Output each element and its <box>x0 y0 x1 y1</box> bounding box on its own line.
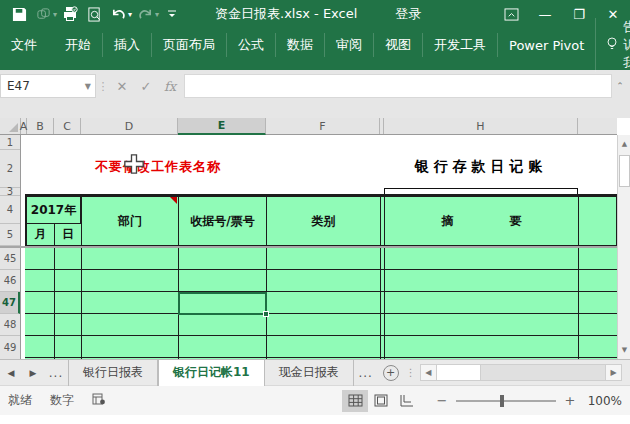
tab-view[interactable]: 视图 <box>373 33 422 57</box>
tab-review[interactable]: 审阅 <box>324 33 373 57</box>
sheet-nav-right-icon[interactable]: ▶ <box>22 368 44 378</box>
customize-qat-icon[interactable] <box>161 3 183 25</box>
horizontal-scrollbar[interactable]: ◀ ▶ <box>420 364 622 381</box>
zoom-slider-track[interactable] <box>456 400 556 402</box>
column-header-c[interactable]: C <box>54 118 81 134</box>
tab-power-pivot[interactable]: Power Pivot <box>497 33 595 57</box>
print-preview-icon[interactable] <box>83 3 105 25</box>
row-header-47-selected[interactable]: 47 <box>0 292 20 314</box>
minimize-button[interactable]: — <box>528 0 562 28</box>
vertical-scrollbar[interactable]: ▲ ▼ <box>617 135 630 359</box>
row-header-49[interactable]: 49 <box>0 336 20 358</box>
restore-button[interactable]: ❐ <box>562 0 596 28</box>
row-header-46[interactable]: 46 <box>0 270 20 292</box>
scroll-up-icon[interactable]: ▲ <box>619 135 630 153</box>
zoom-level[interactable]: 100% <box>578 394 622 408</box>
row-header-1[interactable]: 1 <box>0 135 20 150</box>
column-header-row: A B C D E F H <box>0 118 617 135</box>
data-rows-pane[interactable] <box>25 248 617 359</box>
column-header-partial[interactable] <box>578 118 617 134</box>
sheet-nav-left-icon[interactable]: ◀ <box>0 368 22 378</box>
row-header-3[interactable]: 3 <box>0 188 20 196</box>
chevron-down-icon[interactable]: ▾ <box>128 10 132 19</box>
summary-char-1: 摘 <box>442 213 454 230</box>
zoom-slider-handle[interactable] <box>500 395 504 407</box>
cell-summary[interactable]: 摘 要 <box>384 196 579 246</box>
tab-developer[interactable]: 开发工具 <box>422 33 497 57</box>
quick-print-icon[interactable] <box>59 3 81 25</box>
tab-scrollbar-splitter[interactable]: ⋮ <box>404 367 418 378</box>
row-header-2[interactable]: 2 <box>0 150 20 188</box>
column-header-h[interactable]: H <box>384 118 578 134</box>
tab-home[interactable]: 开始 <box>54 33 102 57</box>
cell-year[interactable]: 2017年 <box>26 196 81 224</box>
sheet-tab-bank-journal-active[interactable]: 银行日记帐11 <box>158 360 265 386</box>
macro-record-icon[interactable] <box>92 393 105 408</box>
row-header-4[interactable]: 4 <box>0 196 20 224</box>
formula-input[interactable] <box>184 74 612 98</box>
fill-handle[interactable] <box>263 311 269 317</box>
page-break-preview-icon[interactable] <box>394 390 420 412</box>
gridline <box>380 248 381 359</box>
page-layout-view-icon[interactable] <box>368 390 394 412</box>
cell-department[interactable]: 部门 <box>81 196 179 246</box>
sheet-more-right[interactable]: ... <box>354 366 378 380</box>
cancel-icon[interactable]: ✕ <box>110 79 134 94</box>
tab-page-layout[interactable]: 页面布局 <box>151 33 226 57</box>
select-all-button[interactable] <box>0 118 21 134</box>
name-box[interactable]: E47 ▼ <box>0 74 96 98</box>
row-header-48[interactable]: 48 <box>0 314 20 336</box>
cell-receipt-no[interactable]: 收据号/票号 <box>178 196 267 246</box>
sign-in-button[interactable]: 登录 <box>395 5 421 23</box>
tab-insert[interactable]: 插入 <box>102 33 151 57</box>
zoom-in-icon[interactable]: + <box>562 393 578 408</box>
tab-file[interactable]: 文件 <box>0 33 48 57</box>
ribbon-display-options-icon[interactable] <box>494 0 528 28</box>
sheet-tab-bank-daily[interactable]: 银行日报表 <box>69 360 158 386</box>
enter-icon[interactable]: ✓ <box>134 79 158 94</box>
window-title: 资金日报表.xlsx - Excel <box>215 5 357 23</box>
tab-formulas[interactable]: 公式 <box>226 33 275 57</box>
zoom-out-icon[interactable]: − <box>434 393 450 408</box>
scroll-right-icon[interactable]: ▶ <box>605 365 621 380</box>
formula-bar-spacer <box>0 102 630 118</box>
horizontal-scroll-thumb[interactable] <box>437 365 481 380</box>
ribbon-tab-strip: 文件 开始 插入 页面布局 公式 数据 审阅 视图 开发工具 Power Piv… <box>0 28 630 62</box>
insert-function-icon[interactable]: fx <box>158 79 182 94</box>
row-header-45[interactable]: 45 <box>0 248 20 270</box>
gridline <box>81 248 82 359</box>
sheet-tab-cash-daily[interactable]: 现金日报表 <box>265 360 354 386</box>
save-icon[interactable] <box>8 3 30 25</box>
warning-text: 不要修改工作表名称 <box>95 158 221 176</box>
cell-day[interactable]: 日 <box>54 223 82 246</box>
collapse-formula-bar-icon[interactable]: ⌃ <box>612 81 628 91</box>
sheet-more-left[interactable]: ... <box>44 366 68 380</box>
row-header-5[interactable]: 5 <box>0 224 20 246</box>
column-header-d[interactable]: D <box>81 118 178 134</box>
tell-me-box[interactable]: 告诉我 <box>595 18 630 72</box>
tab-data[interactable]: 数据 <box>275 33 324 57</box>
quick-access-toolbar: ▾ ▾ ▾ <box>0 3 183 25</box>
vertical-scroll-thumb[interactable] <box>619 155 630 187</box>
status-mode: 就绪 <box>8 392 32 409</box>
column-header-f[interactable]: F <box>266 118 380 134</box>
redo-icon[interactable] <box>134 3 156 25</box>
new-sheet-button[interactable]: + <box>378 365 404 381</box>
formula-bar-resize-dots[interactable]: ⋮ <box>96 80 110 93</box>
column-header-b[interactable]: B <box>27 118 54 134</box>
tell-me-label: 告诉我 <box>623 18 630 72</box>
cell-category[interactable]: 类别 <box>266 196 381 246</box>
cell-last-col-header[interactable] <box>578 196 617 246</box>
normal-view-icon[interactable] <box>342 390 368 412</box>
sheet-tab-bar: ◀ ▶ ... 银行日报表 银行日记帐11 现金日报表 ... + ⋮ ◀ ▶ <box>0 359 630 385</box>
scroll-down-icon[interactable]: ▼ <box>619 341 630 359</box>
chevron-down-icon: ▾ <box>155 10 159 19</box>
undo-icon[interactable] <box>107 3 129 25</box>
selected-cell-e47[interactable] <box>178 292 267 315</box>
column-header-e-selected[interactable]: E <box>178 118 266 135</box>
cell-month[interactable]: 月 <box>26 223 55 246</box>
worksheet-grid: A B C D E F H 1 2 3 4 5 45 46 47 48 49 不… <box>0 118 630 359</box>
chevron-down-icon[interactable]: ▼ <box>85 82 95 91</box>
touch-mouse-mode-icon[interactable] <box>32 3 54 25</box>
scroll-left-icon[interactable]: ◀ <box>421 365 437 380</box>
